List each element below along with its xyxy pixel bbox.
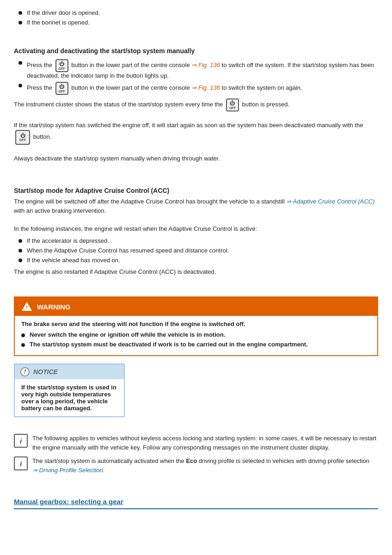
- warning-box: WARNING The brake servo and the steering…: [14, 296, 378, 356]
- section1-bullets: Press the ⏻ OFF button in the lower part…: [14, 59, 378, 95]
- notice-circle-icon: !: [20, 367, 30, 376]
- off-button-icon-4: ⏻ OFF: [15, 130, 30, 145]
- bullet-dot: [18, 61, 22, 65]
- fig136-link-2[interactable]: ⇒ Fig. 136: [191, 84, 220, 91]
- info-note-2-text: The start/stop system is automatically a…: [32, 456, 369, 475]
- list-item-text: When the Adaptive Cruise Control has res…: [27, 247, 229, 254]
- warning-bullet-text: The start/stop system must be deactivate…: [30, 341, 308, 348]
- driving-profile-link[interactable]: ⇒ Driving Profile Selection: [32, 467, 103, 474]
- instrument-cluster-para: The instrument cluster shows the status …: [14, 99, 378, 111]
- notice-text: If the start/stop system is used in very…: [21, 384, 116, 412]
- info-note-1: i The following applies to vehicles with…: [14, 434, 378, 452]
- bullet-dot: [21, 343, 25, 347]
- list-item: When the Adaptive Cruise Control has res…: [14, 247, 378, 254]
- list-item: If the driver door is opened.: [14, 9, 378, 16]
- warning-title: WARNING: [37, 303, 71, 311]
- section2-heading: Start/stop mode for Adaptive Cruise Cont…: [14, 187, 378, 194]
- warning-header: WARNING: [15, 297, 377, 316]
- list-item-text: If the bonnet is opened.: [27, 19, 90, 26]
- list-item-text: If the driver door is opened.: [27, 9, 100, 16]
- notice-header: ! NOTICE: [15, 364, 124, 379]
- bullet-dot: [18, 11, 22, 15]
- info-icon-2: i: [14, 456, 28, 470]
- acc-para1: The engine will be switched off after th…: [14, 197, 378, 215]
- always-deactivate-para: Always deactivate the start/stop system …: [14, 154, 378, 163]
- warning-bullet-text: Never switch the engine or ignition off …: [30, 331, 225, 338]
- acc-link[interactable]: ⇒ Adaptive Cruise Control (ACC): [286, 198, 374, 205]
- acc-para2: In the following instances, the engine w…: [14, 224, 378, 234]
- bullet-dot: [18, 239, 22, 243]
- notice-box: ! NOTICE If the start/stop system is use…: [14, 364, 125, 417]
- acc-bullet-list: If the accelerator is depressed. When th…: [14, 237, 378, 264]
- notice-title: NOTICE: [33, 368, 58, 376]
- info-icon: i: [14, 434, 28, 448]
- info-note-2: i The start/stop system is automatically…: [14, 456, 378, 475]
- acc-para3: The engine is also restarted if Adaptive…: [14, 267, 378, 277]
- list-item-text: If the accelerator is depressed.: [27, 237, 109, 244]
- bullet-dot: [21, 333, 25, 337]
- manual-gearbox-heading-link[interactable]: Manual gearbox: selecting a gear: [14, 498, 378, 509]
- notice-content: If the start/stop system is used in very…: [15, 379, 124, 416]
- bullet-dot: [18, 84, 22, 87]
- list-item-text: Press the ⏻ OFF button in the lower part…: [27, 82, 302, 95]
- list-item: Press the ⏻ OFF button in the lower part…: [14, 82, 378, 95]
- off-button-icon-3: ⏻ OFF: [226, 99, 239, 111]
- bullet-dot: [18, 21, 22, 25]
- list-item: Press the ⏻ OFF button in the lower part…: [14, 59, 378, 79]
- list-item: If the vehicle ahead has moved on.: [14, 257, 378, 264]
- off-button-icon: ⏻ OFF: [55, 59, 68, 72]
- top-bullet-list: If the driver door is opened. If the bon…: [14, 9, 378, 26]
- bullet-dot: [18, 249, 22, 253]
- engine-off-para: If the start/stop system has switched th…: [14, 121, 378, 145]
- list-item-text: Press the ⏻ OFF button in the lower part…: [27, 59, 378, 79]
- off-button-icon-2: ⏻ OFF: [55, 82, 68, 95]
- info-note-1-text: The following applies to vehicles withou…: [32, 434, 378, 452]
- warning-triangle-icon: [21, 301, 32, 312]
- list-item: If the accelerator is depressed.: [14, 237, 378, 244]
- bullet-dot: [18, 259, 22, 262]
- list-item-text: If the vehicle ahead has moved on.: [27, 257, 120, 264]
- warning-bullet-1: Never switch the engine or ignition off …: [21, 331, 371, 338]
- fig136-link-1[interactable]: ⇒ Fig. 136: [191, 62, 220, 68]
- warning-bullet-2: The start/stop system must be deactivate…: [21, 341, 371, 348]
- warning-body: The brake servo and the steering will no…: [15, 316, 377, 355]
- section1-heading: Activating and deactivating the start/st…: [14, 47, 378, 55]
- warning-bold-line: The brake servo and the steering will no…: [21, 321, 371, 327]
- list-item: If the bonnet is opened.: [14, 19, 378, 26]
